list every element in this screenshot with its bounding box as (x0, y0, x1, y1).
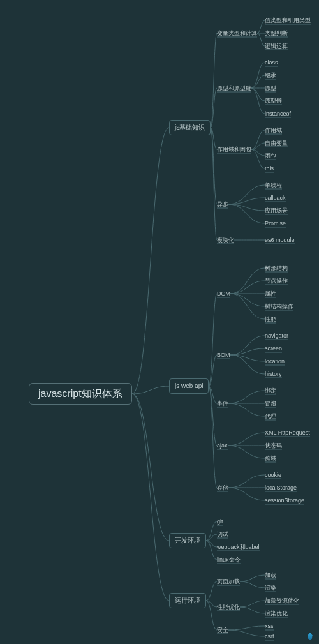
root-label: javascript知识体系 (38, 388, 122, 399)
l2-node: 异步 (217, 200, 228, 208)
l3-node: 绑定 (265, 387, 276, 394)
l3-node: sessionStorage (265, 497, 304, 504)
watermark (307, 633, 315, 640)
l3-node: XML HttpRequest (265, 429, 310, 437)
l3-node: 属性 (265, 290, 276, 297)
l3-node: instanceof (265, 110, 291, 117)
l3-node: 树形结构 (265, 264, 288, 272)
l2-node: 变量类型和计算 (217, 29, 257, 37)
l3-node: screen (265, 345, 282, 352)
l2-node: 存储 (217, 484, 228, 491)
l3-node: 加载 (265, 571, 276, 579)
l3-node: location (265, 357, 285, 365)
l3-node: 自由变量 (265, 139, 288, 147)
l2-node: 调试 (217, 530, 228, 538)
l3-node: 闭包 (265, 152, 276, 160)
l3-node: 应用场景 (265, 207, 288, 214)
l3-node: 渲染 (265, 584, 276, 592)
l3-node: 渲染优化 (265, 610, 288, 617)
l3-node: this (265, 165, 274, 172)
l3-node: 冒泡 (265, 400, 276, 407)
l3-node: 值类型和引用类型 (265, 17, 311, 24)
l3-node: callback (265, 194, 286, 202)
l3-node: 继承 (265, 71, 276, 79)
l3-node: 逻辑运算 (265, 42, 288, 50)
l3-node: 原型链 (265, 97, 282, 105)
l3-node: 跨域 (265, 454, 276, 462)
l3-node: 代理 (265, 412, 276, 420)
l3-node: 节点操作 (265, 277, 288, 285)
l2-node: webpack和babel (217, 543, 260, 551)
l3-node: 性能 (265, 315, 276, 323)
flame-icon (307, 633, 313, 640)
l3-node: es6 module (265, 236, 295, 244)
l1-js-web-api: js web api (169, 378, 209, 394)
l1-js-basics: js基础知识 (169, 120, 211, 135)
l3-node: csrf (265, 633, 274, 640)
l3-node: 状态码 (265, 442, 282, 449)
l1-runtime-env: 运行环境 (169, 593, 206, 608)
l3-node: localStorage (265, 484, 297, 491)
l1-dev-env: 开发环境 (169, 533, 206, 548)
l3-node: history (265, 370, 282, 378)
l2-node: 模块化 (217, 236, 234, 244)
l2-node: git (217, 518, 223, 525)
l3-node: cookie (265, 471, 281, 479)
l3-node: 作用域 (265, 126, 282, 134)
l2-node: ajax (217, 442, 228, 449)
l3-node: 单线程 (265, 181, 282, 189)
l3-node: 类型判断 (265, 29, 288, 37)
l2-node: DOM (217, 290, 230, 297)
l2-node: 安全 (217, 626, 228, 634)
l2-node: 页面加载 (217, 578, 240, 585)
root-node: javascript知识体系 (29, 383, 132, 405)
l3-node: Promise (265, 220, 286, 227)
l2-node: linux命令 (217, 556, 241, 564)
l2-node: 性能优化 (217, 603, 240, 611)
l2-node: 原型和原型链 (217, 84, 251, 92)
l3-node: 树结构操作 (265, 303, 293, 310)
l2-node: 作用域和闭包 (217, 146, 251, 153)
l3-node: navigator (265, 332, 288, 340)
l3-node: 原型 (265, 84, 276, 92)
l3-node: xss (265, 622, 274, 630)
mindmap-canvas: javascript知识体系 js基础知识 js web api 开发环境 运行… (0, 0, 319, 644)
l3-node: 加载资源优化 (265, 597, 299, 604)
l3-node: class (265, 59, 278, 66)
l2-node: 事件 (217, 400, 228, 407)
l2-node: BOM (217, 351, 230, 359)
